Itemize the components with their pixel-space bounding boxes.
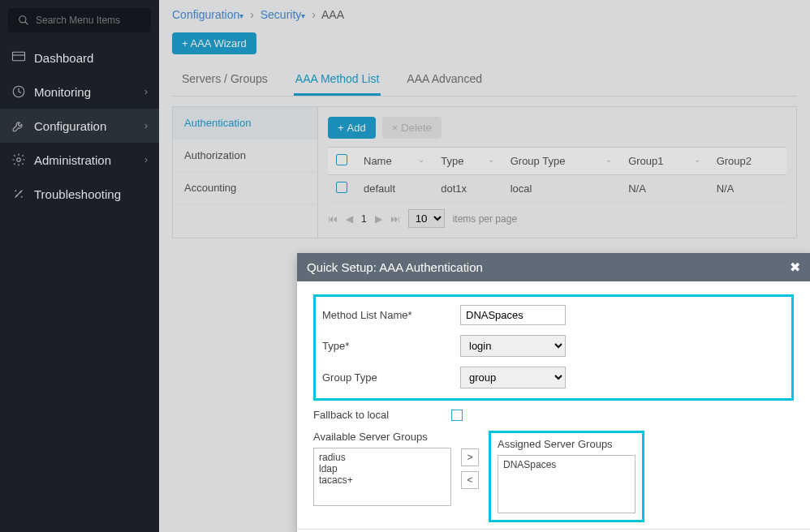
fallback-label: Fallback to local <box>313 409 451 421</box>
svg-point-5 <box>17 158 21 162</box>
highlight-box-2: Assigned Server Groups DNASpaces <box>489 431 644 522</box>
type-label: Type* <box>322 340 460 352</box>
modal-title: Quick Setup: AAA Authentication <box>307 260 483 274</box>
nav-administration[interactable]: Administration › <box>0 143 159 177</box>
method-list-name-label: Method List Name* <box>322 309 460 321</box>
available-label: Available Server Groups <box>313 431 451 443</box>
assigned-label: Assigned Server Groups <box>498 438 636 450</box>
method-list-name-input[interactable] <box>460 305 566 325</box>
chevron-right-icon: › <box>144 154 148 165</box>
dual-list: Available Server Groups radius ldap taca… <box>313 431 794 522</box>
available-listbox[interactable]: radius ldap tacacs+ <box>313 448 451 506</box>
svg-point-0 <box>19 16 26 23</box>
monitoring-icon <box>11 84 26 99</box>
available-col: Available Server Groups radius ldap taca… <box>313 431 451 506</box>
search-input[interactable] <box>36 15 133 26</box>
quick-setup-modal: Quick Setup: AAA Authentication ✖ Method… <box>297 253 810 532</box>
nav-label: Troubleshooting <box>34 187 121 201</box>
shuttle-controls: > < <box>461 448 479 489</box>
assigned-col: Assigned Server Groups DNASpaces <box>498 438 636 513</box>
move-right-button[interactable]: > <box>461 448 479 466</box>
wrench-icon <box>11 118 26 133</box>
modal-body: Method List Name* Type* login Group Type… <box>297 281 810 529</box>
svg-line-1 <box>25 22 28 25</box>
search-icon <box>16 13 31 28</box>
nav-dashboard[interactable]: Dashboard <box>0 41 159 75</box>
fallback-checkbox[interactable] <box>451 410 463 421</box>
nav-label: Configuration <box>34 119 106 133</box>
sidebar: Dashboard Monitoring › Configuration › A… <box>0 0 159 532</box>
svg-rect-2 <box>13 52 25 61</box>
group-type-select[interactable]: group <box>460 367 566 388</box>
nav-monitoring[interactable]: Monitoring › <box>0 75 159 109</box>
nav-troubleshooting[interactable]: Troubleshooting <box>0 177 159 211</box>
nav-label: Monitoring <box>34 85 91 99</box>
chevron-right-icon: › <box>144 86 148 97</box>
nav-label: Dashboard <box>34 51 93 65</box>
list-item[interactable]: ldap <box>319 463 446 474</box>
type-select[interactable]: login <box>460 335 566 357</box>
move-left-button[interactable]: < <box>461 471 479 489</box>
list-item[interactable]: tacacs+ <box>319 474 446 486</box>
dashboard-icon <box>11 50 26 65</box>
tools-icon <box>11 187 26 201</box>
list-item[interactable]: DNASpaces <box>503 459 630 470</box>
chevron-right-icon: › <box>144 120 148 131</box>
modal-header: Quick Setup: AAA Authentication ✖ <box>297 253 810 281</box>
highlight-box-1: Method List Name* Type* login Group Type… <box>313 294 794 401</box>
assigned-listbox[interactable]: DNASpaces <box>498 455 636 513</box>
group-type-label: Group Type <box>322 371 460 384</box>
nav-label: Administration <box>34 153 111 167</box>
nav-configuration[interactable]: Configuration › <box>0 109 159 143</box>
modal-footer: ⟲ Cancel ▤ Apply to Device <box>297 529 810 532</box>
close-icon[interactable]: ✖ <box>790 260 800 275</box>
search-box[interactable] <box>8 8 151 32</box>
list-item[interactable]: radius <box>319 452 446 463</box>
gear-icon <box>11 152 26 167</box>
